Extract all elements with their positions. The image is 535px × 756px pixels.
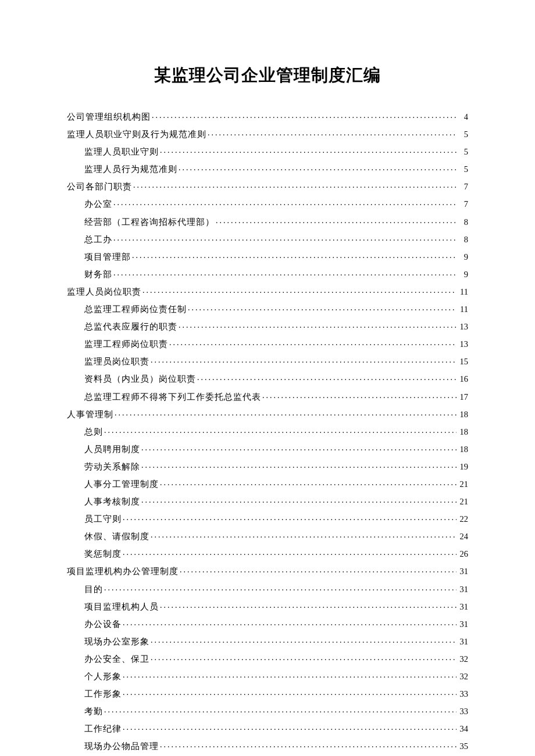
toc-entry: 人事考核制度21 — [67, 496, 468, 506]
toc-entry-label: 办公室 — [84, 200, 112, 209]
toc-entry-page: 31 — [458, 620, 468, 629]
toc-entry: 工作纪律34 — [67, 723, 468, 733]
toc-leader-dots — [123, 671, 456, 679]
toc-entry-page: 8 — [458, 235, 468, 244]
toc-leader-dots — [160, 479, 456, 487]
toc-entry-label: 监理人员职业守则 — [84, 148, 159, 156]
toc-entry-label: 监理人员岗位职责 — [67, 288, 141, 296]
toc-entry-label: 劳动关系解除 — [84, 463, 140, 471]
toc-entry: 公司各部门职责7 — [67, 181, 468, 191]
toc-leader-dots — [262, 392, 456, 400]
toc-leader-dots — [160, 601, 456, 610]
toc-entry-page: 21 — [458, 497, 468, 506]
toc-entry: 监理员岗位职责15 — [67, 356, 468, 366]
toc-entry-label: 公司各部门职责 — [67, 182, 132, 191]
toc-entry-page: 19 — [458, 463, 468, 471]
toc-entry: 现场办公物品管理35 — [67, 741, 468, 751]
toc-entry-page: 33 — [458, 690, 468, 698]
toc-entry: 劳动关系解除19 — [67, 461, 468, 471]
toc-leader-dots — [113, 234, 456, 242]
toc-entry-label: 总工办 — [84, 235, 112, 244]
toc-entry: 人员聘用制度18 — [67, 444, 468, 454]
toc-entry: 人事分工管理制度21 — [67, 479, 468, 489]
toc-entry-page: 7 — [458, 200, 468, 209]
toc-entry-page: 26 — [458, 550, 468, 558]
toc-entry-label: 监理工程师岗位职责 — [84, 340, 168, 349]
toc-entry: 办公安全、保卫32 — [67, 654, 468, 664]
toc-entry-page: 31 — [458, 637, 468, 646]
toc-entry-page: 31 — [458, 585, 468, 594]
toc-entry-page: 34 — [458, 725, 468, 733]
toc-entry-page: 18 — [458, 428, 468, 436]
toc-entry-label: 工作纪律 — [84, 725, 122, 733]
toc-entry-label: 监理人员行为规范准则 — [84, 165, 177, 174]
toc-leader-dots — [216, 217, 456, 225]
toc-entry-label: 人事考核制度 — [84, 497, 140, 506]
toc-leader-dots — [115, 409, 456, 417]
toc-leader-dots — [141, 444, 456, 452]
toc-entry-label: 办公设备 — [84, 620, 122, 629]
toc-entry: 总监理工程师岗位责任制11 — [67, 304, 468, 314]
toc-leader-dots — [151, 356, 456, 364]
toc-leader-dots — [151, 636, 456, 644]
toc-entry-page: 31 — [458, 603, 468, 611]
toc-entry-label: 人事分工管理制度 — [84, 480, 159, 489]
toc-leader-dots — [180, 566, 456, 574]
toc-entry: 总监代表应履行的职责13 — [67, 321, 468, 331]
toc-entry-label: 考勤 — [84, 707, 103, 716]
toc-entry-page: 11 — [458, 288, 468, 296]
toc-entry: 经营部（工程咨询招标代理部）8 — [67, 217, 468, 227]
toc-entry-page: 7 — [458, 182, 468, 191]
toc-entry-page: 35 — [458, 742, 468, 751]
table-of-contents: 公司管理组织机构图4监理人员职业守则及行为规范准则5监理人员职业守则5监理人员行… — [67, 112, 468, 751]
toc-leader-dots — [123, 723, 456, 732]
toc-entry-label: 监理人员职业守则及行为规范准则 — [67, 130, 206, 139]
toc-entry-page: 11 — [458, 305, 468, 314]
toc-leader-dots — [151, 531, 456, 539]
toc-entry-label: 办公安全、保卫 — [84, 655, 149, 664]
toc-entry: 项目监理机构人员31 — [67, 601, 468, 611]
toc-entry-page: 18 — [458, 445, 468, 454]
toc-entry-label: 监理员岗位职责 — [84, 357, 149, 366]
toc-entry: 总则18 — [67, 427, 468, 436]
document-title: 某监理公司企业管理制度汇编 — [67, 64, 468, 87]
toc-entry-page: 18 — [458, 410, 468, 419]
toc-entry-label: 财务部 — [84, 270, 112, 279]
toc-entry-label: 奖惩制度 — [84, 550, 122, 558]
toc-entry-label: 公司管理组织机构图 — [67, 113, 151, 121]
toc-entry-page: 5 — [458, 148, 468, 156]
toc-entry-page: 24 — [458, 532, 468, 541]
toc-leader-dots — [123, 689, 456, 697]
toc-leader-dots — [113, 269, 456, 277]
toc-entry: 监理人员行为规范准则5 — [67, 164, 468, 174]
toc-leader-dots — [123, 619, 456, 627]
toc-entry: 资料员（内业员）岗位职责16 — [67, 374, 468, 384]
toc-entry: 办公设备31 — [67, 619, 468, 629]
toc-entry: 人事管理制18 — [67, 409, 468, 419]
toc-entry: 考勤33 — [67, 706, 468, 716]
toc-entry-page: 33 — [458, 707, 468, 716]
toc-entry-label: 人事管理制 — [67, 410, 113, 419]
toc-leader-dots — [132, 252, 456, 260]
toc-entry-label: 资料员（内业员）岗位职责 — [84, 375, 196, 384]
toc-entry-page: 32 — [458, 655, 468, 664]
toc-leader-dots — [160, 146, 456, 155]
toc-leader-dots — [179, 164, 456, 172]
toc-entry: 监理人员岗位职责11 — [67, 286, 468, 296]
toc-leader-dots — [160, 741, 456, 749]
toc-entry: 总工办8 — [67, 234, 468, 244]
toc-entry: 公司管理组织机构图4 — [67, 112, 468, 121]
toc-entry-page: 16 — [458, 375, 468, 384]
toc-entry: 财务部9 — [67, 269, 468, 279]
toc-entry: 个人形象32 — [67, 671, 468, 681]
toc-entry-page: 4 — [458, 113, 468, 121]
document-page: 某监理公司企业管理制度汇编 公司管理组织机构图4监理人员职业守则及行为规范准则5… — [0, 0, 535, 756]
toc-entry: 工作形象33 — [67, 689, 468, 698]
toc-entry: 办公室7 — [67, 199, 468, 209]
toc-entry-label: 现场办公物品管理 — [84, 742, 159, 751]
toc-entry-label: 人员聘用制度 — [84, 445, 140, 454]
toc-entry-page: 8 — [458, 218, 468, 227]
toc-leader-dots — [104, 584, 456, 592]
toc-entry-label: 经营部（工程咨询招标代理部） — [84, 218, 215, 227]
toc-entry-label: 员工守则 — [84, 515, 122, 524]
